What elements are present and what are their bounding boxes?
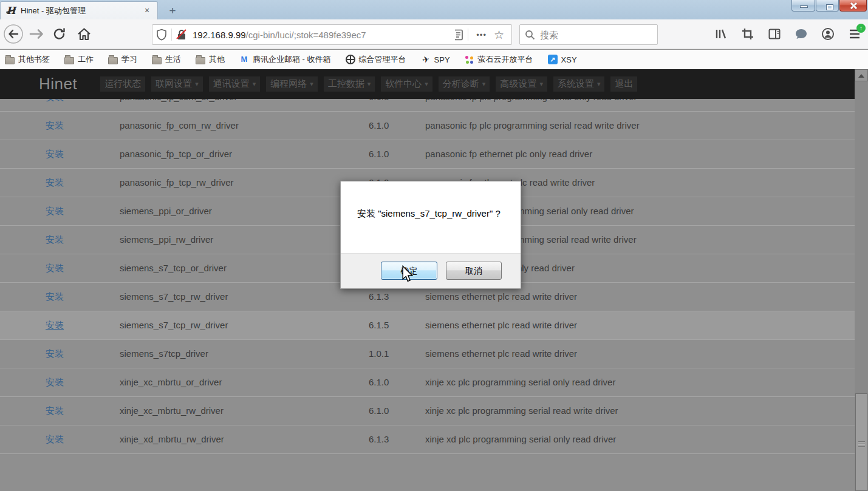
install-link[interactable]: 安装 xyxy=(46,368,64,396)
divider xyxy=(171,29,172,41)
tab-close-icon[interactable]: × xyxy=(142,5,152,16)
back-icon xyxy=(3,24,24,44)
bookmark-item-4[interactable]: 生活 xyxy=(152,54,181,65)
bookmark-label: 腾讯企业邮箱 - 收件箱 xyxy=(253,54,331,65)
menu-button[interactable]: ↑ xyxy=(847,27,862,41)
bookmark-label: 萤石云开放平台 xyxy=(478,54,533,65)
bookmark-label: 其他书签 xyxy=(18,54,50,65)
page-actions-icon[interactable]: ••• xyxy=(473,30,490,39)
driver-name: panasonic_fp_com_rw_driver xyxy=(120,112,239,140)
install-link[interactable]: 安装 xyxy=(46,140,64,168)
bookmark-star-icon[interactable]: ☆ xyxy=(490,28,508,42)
driver-name: xinje_xd_mbrtu_rw_driver xyxy=(120,425,224,453)
library-button[interactable] xyxy=(714,27,728,41)
app-menu-item-5[interactable]: 工控数据▾ xyxy=(324,76,375,92)
reload-button[interactable] xyxy=(49,23,70,45)
tab-title: Hinet - 驱动包管理 xyxy=(21,5,142,16)
app-menu-item-2[interactable]: 联网设置▾ xyxy=(151,76,203,92)
app-menu-item-7[interactable]: 分析诊断▾ xyxy=(439,76,490,92)
app-menu-item-3[interactable]: 通讯设置▾ xyxy=(209,76,261,92)
url-bar[interactable]: 192.168.9.99/cgi-bin/luci/;stok=489fe39e… xyxy=(152,24,512,45)
ezviz-icon xyxy=(465,55,474,64)
divider xyxy=(468,29,468,41)
driver-name: xinje_xc_mbrtu_or_driver xyxy=(120,368,222,396)
app-menu-item-8[interactable]: 高级设置▾ xyxy=(496,76,547,92)
window-controls xyxy=(791,0,867,12)
app-menu-item-10[interactable]: 退出 xyxy=(610,76,637,92)
install-link[interactable]: 安装 xyxy=(46,197,64,225)
update-badge-icon: ↑ xyxy=(856,24,866,33)
folder-icon xyxy=(5,57,15,64)
install-link[interactable]: 安装 xyxy=(46,283,64,311)
bookmark-item-1[interactable]: 其他书签 xyxy=(5,54,50,65)
screenshot-button[interactable] xyxy=(740,27,755,41)
driver-version: 6.1.0 xyxy=(369,140,389,168)
bookmark-label: 生活 xyxy=(165,54,181,65)
install-link[interactable]: 安装 xyxy=(46,311,64,339)
table-row-2: 安装panasonic_fp_com_rw_driver6.1.0panason… xyxy=(0,112,855,140)
app-menu-item-6[interactable]: 软件中心▾ xyxy=(381,76,432,92)
driver-version: 6.1.3 xyxy=(369,425,389,453)
install-link[interactable]: 安装 xyxy=(46,226,64,254)
driver-description: xinje xd plc programming serial only rea… xyxy=(425,425,616,453)
forward-button[interactable] xyxy=(26,23,47,45)
install-link[interactable]: 安装 xyxy=(46,112,64,140)
close-button[interactable] xyxy=(839,0,867,12)
install-link[interactable]: 安装 xyxy=(46,169,64,197)
bookmark-item-3[interactable]: 学习 xyxy=(108,54,137,65)
app-menu-item-9[interactable]: 系统设置▾ xyxy=(553,76,605,92)
chevron-down-icon: ▾ xyxy=(367,80,371,88)
driver-version: 6.1.0 xyxy=(369,112,389,140)
browser-tab[interactable]: H Hinet - 驱动包管理 × xyxy=(0,1,158,19)
bookmark-item-8[interactable]: ✈SPY xyxy=(421,55,450,64)
tencent-mail-icon: M xyxy=(239,55,249,64)
pocket-button[interactable] xyxy=(794,27,808,41)
screenshot-crop-icon xyxy=(741,27,754,41)
dialog-message: 安装 "siemens_s7_tcp_rw_driver" ? xyxy=(357,208,501,220)
driver-description: xinje xc plc programming serial only rea… xyxy=(425,368,615,396)
bookmark-item-6[interactable]: M腾讯企业邮箱 - 收件箱 xyxy=(239,54,331,65)
sidebar-button[interactable] xyxy=(767,27,782,41)
app-menu-label: 软件中心 xyxy=(385,78,422,90)
scrollbar-thumb[interactable] xyxy=(855,393,867,491)
title-bar: H Hinet - 驱动包管理 × + xyxy=(0,0,868,19)
bookmark-item-10[interactable]: ↗XSY xyxy=(548,55,577,64)
install-link[interactable]: 安装 xyxy=(46,254,64,282)
sidebar-icon xyxy=(768,27,781,41)
chevron-down-icon: ▾ xyxy=(597,80,601,88)
minimize-button[interactable] xyxy=(791,0,815,12)
driver-version: 1.0.1 xyxy=(369,340,389,368)
driver-version: 6.1.0 xyxy=(369,397,389,425)
back-button[interactable] xyxy=(2,23,24,45)
app-menu-item-1[interactable]: 运行状态 xyxy=(100,76,145,92)
cancel-button[interactable]: 取消 xyxy=(446,262,502,280)
bookmark-item-7[interactable]: 综合管理平台 xyxy=(346,54,406,65)
globe-icon xyxy=(346,55,355,64)
driver-name: siemens_s7_tcp_or_driver xyxy=(120,254,227,282)
bookmark-item-5[interactable]: 其他 xyxy=(196,54,225,65)
driver-name: siemens_s7tcp_driver xyxy=(120,340,208,368)
restore-button[interactable] xyxy=(816,0,839,12)
scrollbar[interactable] xyxy=(855,69,868,491)
app-menu-item-4[interactable]: 编程网络▾ xyxy=(266,76,318,92)
chevron-down-icon: ▾ xyxy=(425,80,428,88)
install-link[interactable]: 安装 xyxy=(46,397,64,425)
account-person-icon xyxy=(821,27,835,41)
account-button[interactable] xyxy=(821,27,835,41)
install-link[interactable]: 安装 xyxy=(46,425,64,453)
bookmark-label: 工作 xyxy=(78,54,94,65)
app-menu: 运行状态联网设置▾通讯设置▾编程网络▾工控数据▾软件中心▾分析诊断▾高级设置▾系… xyxy=(100,76,637,92)
table-row-3: 安装panasonic_fp_tcp_or_driver6.1.0panason… xyxy=(0,140,855,169)
install-link[interactable]: 安装 xyxy=(46,340,64,368)
app-nav-bar: Hinet 运行状态联网设置▾通讯设置▾编程网络▾工控数据▾软件中心▾分析诊断▾… xyxy=(0,69,855,99)
home-button[interactable] xyxy=(73,23,95,45)
table-row-9: 安装siemens_s7_tcp_rw_driver6.1.5siemens e… xyxy=(0,311,855,340)
driver-name: xinje_xc_mbrtu_rw_driver xyxy=(120,397,224,425)
scroll-up-arrow-icon[interactable] xyxy=(855,69,868,81)
forward-icon xyxy=(29,26,44,42)
search-input[interactable] xyxy=(540,30,637,40)
search-bar[interactable] xyxy=(519,24,658,45)
bookmark-item-2[interactable]: 工作 xyxy=(64,54,94,65)
bookmark-item-9[interactable]: 萤石云开放平台 xyxy=(465,54,533,65)
new-tab-button[interactable]: + xyxy=(163,3,182,19)
